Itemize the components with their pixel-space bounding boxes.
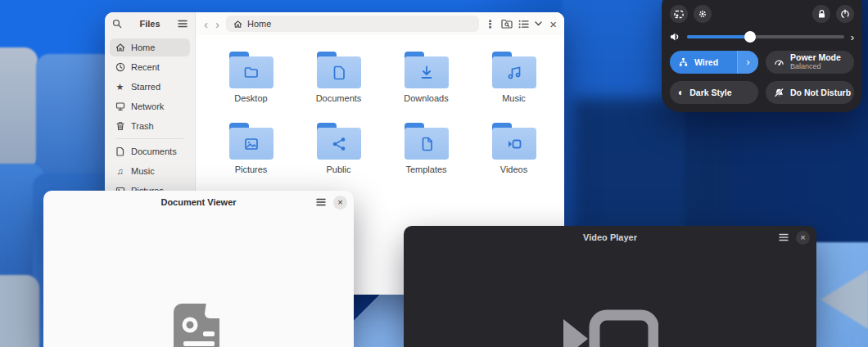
- folder-tile-public[interactable]: Public: [295, 123, 382, 194]
- folder-icon: [229, 123, 274, 160]
- folder-emblem-music-note-icon: [505, 64, 523, 82]
- document-viewer-window: Document Viewer ×: [43, 191, 354, 347]
- sidebar-item-starred[interactable]: ★ Starred: [110, 78, 190, 96]
- settings-gear-icon: [698, 9, 708, 19]
- speaker-icon: [670, 32, 680, 42]
- folder-emblem-video-camera-icon: [505, 135, 523, 153]
- sidebar-item-trash[interactable]: Trash: [110, 117, 190, 135]
- wired-toggle[interactable]: Wired ›: [670, 51, 758, 74]
- trash-icon: [115, 121, 125, 131]
- sidebar-item-label: Documents: [131, 146, 177, 156]
- power-profile-icon: [774, 57, 784, 68]
- breadcrumb: Home: [247, 19, 271, 29]
- close-icon[interactable]: ×: [333, 196, 347, 210]
- tile-label: Do Not Disturb: [790, 88, 851, 97]
- sidebar-item-documents[interactable]: Documents: [110, 142, 190, 160]
- menu-icon[interactable]: [316, 198, 326, 206]
- do-not-disturb-icon: [774, 88, 784, 98]
- list-view-icon[interactable]: [518, 20, 529, 29]
- folder-icon: [492, 123, 536, 160]
- screenshot-icon: [674, 10, 684, 19]
- folder-tile-documents[interactable]: Documents: [295, 52, 382, 123]
- kebab-menu-icon[interactable]: ⋮: [485, 19, 495, 29]
- power-button[interactable]: [836, 5, 854, 23]
- folder-label: Downloads: [404, 93, 448, 103]
- sidebar-item-label: Starred: [131, 82, 160, 92]
- sidebar-item-label: Network: [131, 101, 164, 111]
- folder-icon: [229, 52, 274, 88]
- folder-label: Music: [502, 93, 526, 103]
- settings-button[interactable]: [694, 5, 712, 23]
- files-app-title: Files: [139, 19, 160, 29]
- close-icon[interactable]: ×: [796, 231, 810, 245]
- folder-emblem-document-icon: [330, 64, 348, 82]
- volume-slider[interactable]: [687, 31, 844, 43]
- volume-thumb[interactable]: [744, 31, 756, 43]
- document-icon: [115, 146, 125, 156]
- do-not-disturb-toggle[interactable]: Do Not Disturb: [766, 81, 854, 104]
- document-viewer-body: [43, 214, 354, 347]
- lock-button[interactable]: [812, 5, 830, 23]
- search-icon[interactable]: [112, 19, 122, 29]
- power-mode-toggle[interactable]: Power Mode Balanced: [766, 51, 854, 74]
- sidebar-item-network[interactable]: Network: [110, 97, 190, 115]
- folder-emblem-share-icon: [330, 135, 348, 153]
- home-breadcrumb-icon: [233, 20, 242, 29]
- folder-label: Videos: [500, 164, 527, 174]
- folder-tile-videos[interactable]: Videos: [470, 123, 558, 194]
- tile-label: Dark Style: [689, 88, 731, 97]
- sidebar-item-label: Music: [131, 166, 155, 176]
- close-icon[interactable]: ×: [549, 18, 557, 30]
- sidebar-item-recent[interactable]: Recent: [110, 58, 190, 76]
- recent-icon: [115, 62, 125, 72]
- star-icon: ★: [115, 83, 125, 92]
- folder-tile-templates[interactable]: Templates: [382, 123, 470, 194]
- sidebar-item-music[interactable]: ♫ Music: [110, 162, 190, 180]
- screenshot-button[interactable]: [670, 5, 688, 23]
- network-icon: [115, 101, 125, 111]
- video-camera-placeholder-icon: [562, 309, 658, 347]
- folder-icon: [405, 123, 449, 160]
- home-icon: [115, 43, 125, 52]
- sidebar-item-label: Trash: [131, 121, 154, 131]
- tile-sublabel: Balanced: [790, 63, 841, 71]
- files-toolbar: ‹ › Home ⋮ ×: [196, 12, 564, 35]
- path-bar[interactable]: Home: [226, 16, 479, 32]
- folder-tile-music[interactable]: Music: [470, 52, 558, 123]
- folder-tile-pictures[interactable]: Pictures: [207, 123, 295, 194]
- menu-icon[interactable]: [178, 20, 188, 28]
- folder-tile-desktop[interactable]: Desktop: [207, 52, 295, 123]
- sidebar-item-home[interactable]: Home: [110, 38, 190, 56]
- folder-icon: [317, 52, 361, 88]
- document-viewer-header[interactable]: Document Viewer ×: [43, 191, 354, 214]
- video-player-header[interactable]: Video Player ×: [404, 226, 816, 249]
- folder-label: Pictures: [235, 164, 268, 174]
- folder-emblem-download-icon: [418, 64, 436, 82]
- chevron-right-icon[interactable]: ›: [851, 32, 854, 43]
- folder-icon: [405, 52, 449, 88]
- forward-button[interactable]: ›: [215, 18, 220, 30]
- folder-tile-downloads[interactable]: Downloads: [382, 52, 470, 123]
- wired-expand-arrow[interactable]: ›: [737, 51, 758, 74]
- volume-fill: [687, 35, 750, 38]
- folder-label: Public: [327, 164, 351, 174]
- dark-style-icon: ◐: [678, 88, 684, 97]
- music-icon: ♫: [115, 167, 125, 176]
- folder-emblem-template-icon: [418, 135, 436, 153]
- desktop: Files Home Recent ★ Starred: [0, 0, 868, 347]
- menu-icon[interactable]: [779, 233, 789, 241]
- folder-search-icon[interactable]: [501, 19, 513, 29]
- folder-icon: [317, 123, 361, 160]
- folder-label: Templates: [405, 164, 446, 174]
- quick-settings-panel: › Wired › Power Mode Balanced ◐ Dark Sty…: [662, 0, 862, 112]
- folder-icon: [492, 52, 536, 88]
- sidebar-divider: [116, 138, 183, 139]
- tile-label: Wired: [694, 57, 718, 67]
- dark-style-toggle[interactable]: ◐ Dark Style: [670, 81, 758, 104]
- tile-label: Power Mode: [790, 53, 841, 63]
- window-title: Document Viewer: [43, 197, 354, 207]
- chevron-down-icon[interactable]: [535, 21, 542, 26]
- back-button[interactable]: ‹: [203, 18, 209, 30]
- sidebar-item-label: Home: [131, 43, 155, 52]
- lock-icon: [817, 9, 826, 19]
